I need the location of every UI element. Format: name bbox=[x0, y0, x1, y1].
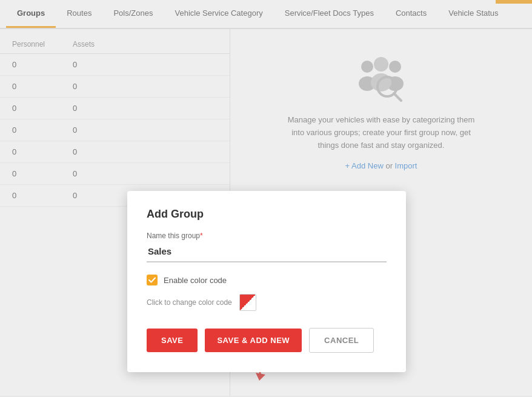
cancel-button[interactable]: CANCEL bbox=[309, 328, 374, 353]
group-name-input[interactable] bbox=[147, 244, 387, 262]
save-button[interactable]: SAVE bbox=[147, 329, 198, 352]
add-group-modal: Add Group Name this group* Enable color … bbox=[127, 191, 406, 372]
enable-color-checkbox[interactable] bbox=[147, 275, 158, 285]
name-label: Name this group* bbox=[147, 232, 387, 240]
modal-button-row: SAVE SAVE & ADD NEW CANCEL bbox=[147, 328, 387, 353]
color-click-label: Click to change color code bbox=[147, 298, 232, 307]
color-swatch[interactable] bbox=[239, 294, 256, 311]
color-code-row: Click to change color code bbox=[147, 294, 387, 311]
modal-title: Add Group bbox=[147, 208, 387, 221]
enable-color-row: Enable color code bbox=[147, 275, 387, 285]
enable-color-label: Enable color code bbox=[164, 276, 227, 285]
save-add-new-button[interactable]: SAVE & ADD NEW bbox=[205, 329, 302, 352]
modal-overlay: Add Group Name this group* Enable color … bbox=[0, 0, 532, 397]
required-star: * bbox=[200, 232, 203, 240]
color-swatch-inner bbox=[240, 295, 256, 310]
